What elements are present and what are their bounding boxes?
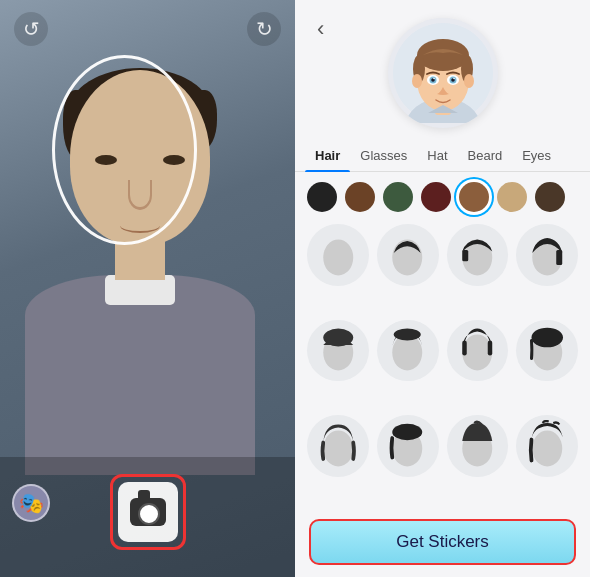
tab-hat[interactable]: Hat — [417, 142, 457, 171]
svg-point-16 — [453, 78, 455, 80]
svg-point-31 — [531, 328, 562, 347]
top-toolbar: ↺ ↻ — [0, 12, 295, 46]
get-stickers-button[interactable]: Get Stickers — [309, 519, 576, 565]
svg-point-15 — [433, 78, 435, 80]
hair-style-item[interactable] — [516, 320, 578, 382]
color-swatch-brown[interactable] — [345, 182, 375, 212]
hair-style-item[interactable] — [447, 320, 509, 382]
svg-rect-22 — [556, 250, 562, 265]
hair-style-item[interactable] — [377, 415, 439, 477]
person-mouth — [120, 218, 160, 233]
color-swatch-light-brown[interactable] — [497, 182, 527, 212]
redo-button[interactable]: ↻ — [247, 12, 281, 46]
svg-rect-29 — [488, 341, 492, 356]
svg-point-26 — [394, 329, 421, 341]
hair-style-item[interactable] — [307, 320, 369, 382]
svg-point-36 — [532, 430, 562, 466]
svg-rect-20 — [462, 250, 468, 261]
avatar-preview-icon[interactable]: 🎭 — [12, 484, 50, 522]
hair-style-grid — [295, 218, 590, 509]
svg-point-17 — [323, 239, 353, 275]
hair-style-item[interactable] — [377, 224, 439, 286]
hair-style-item[interactable] — [377, 320, 439, 382]
hair-style-item[interactable] — [516, 224, 578, 286]
hair-style-item[interactable] — [307, 415, 369, 477]
person-eye-right — [163, 155, 185, 165]
get-stickers-section: Get Stickers — [295, 509, 590, 577]
bottom-toolbar: 🎭 — [0, 457, 295, 577]
person-neck — [115, 240, 165, 280]
svg-rect-28 — [462, 341, 466, 356]
camera-button-wrapper — [110, 474, 186, 550]
avatar-svg — [393, 23, 493, 123]
customization-panel: ‹ — [295, 0, 590, 577]
color-palette — [295, 172, 590, 218]
category-tabs: Hair Glasses Hat Beard Eyes — [295, 142, 590, 172]
refresh-button[interactable]: ↺ — [14, 12, 48, 46]
avatar-preview — [388, 18, 498, 128]
color-swatch-darkred[interactable] — [421, 182, 451, 212]
camera-icon — [130, 498, 166, 526]
svg-point-32 — [323, 430, 353, 466]
color-swatch-dark-brown[interactable] — [535, 182, 565, 212]
hair-style-item[interactable] — [447, 415, 509, 477]
tab-glasses[interactable]: Glasses — [350, 142, 417, 171]
camera-button[interactable] — [118, 482, 178, 542]
camera-panel: ↺ ↻ 🎭 — [0, 0, 295, 577]
tab-beard[interactable]: Beard — [458, 142, 513, 171]
svg-point-7 — [412, 74, 422, 88]
color-swatch-black[interactable] — [307, 182, 337, 212]
person-photo — [15, 60, 275, 480]
hair-style-item[interactable] — [516, 415, 578, 477]
color-swatch-medium-brown[interactable] — [459, 182, 489, 212]
tab-eyes[interactable]: Eyes — [512, 142, 561, 171]
hair-style-item[interactable] — [447, 224, 509, 286]
back-button[interactable]: ‹ — [309, 12, 332, 46]
tab-hair[interactable]: Hair — [305, 142, 350, 171]
svg-point-34 — [393, 424, 423, 440]
person-nose — [128, 180, 152, 210]
svg-point-24 — [323, 329, 353, 347]
person-body — [25, 275, 255, 475]
svg-point-8 — [464, 74, 474, 88]
color-swatch-green[interactable] — [383, 182, 413, 212]
person-eye-left — [95, 155, 117, 165]
hair-style-item[interactable] — [307, 224, 369, 286]
